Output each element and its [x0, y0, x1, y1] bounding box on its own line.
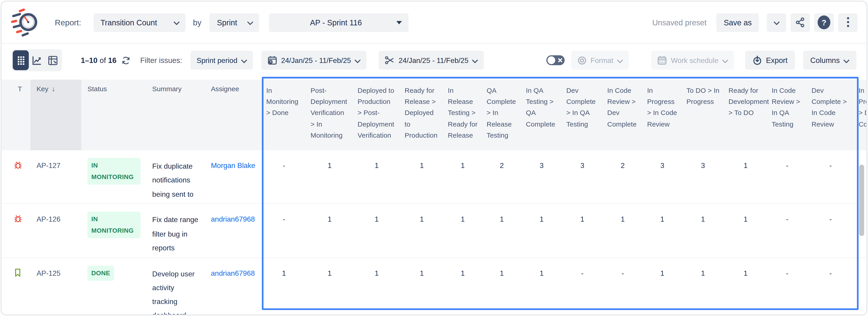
help-button[interactable]: ?	[814, 13, 834, 32]
value-row: 1111111--111--	[262, 258, 866, 277]
column-header-transition-12[interactable]: Ready for Development > To DO	[724, 80, 767, 150]
value-cell: 1	[443, 258, 482, 277]
help-icon: ?	[818, 15, 830, 29]
date-range-value: 24/Jan/25 - 11/Feb/25	[281, 56, 351, 65]
report-select[interactable]: Transition Count	[93, 13, 185, 32]
status-cell: DONE	[88, 266, 114, 280]
report-value: Transition Count	[100, 18, 157, 27]
chevron-down-icon	[174, 20, 179, 25]
filter-issues-label: Filter issues:	[140, 56, 182, 65]
vertical-scrollbar[interactable]	[859, 165, 864, 236]
column-header-transition-3[interactable]: Deployed to Production > Post-Deployment…	[353, 80, 400, 150]
chart-view-button[interactable]	[29, 50, 45, 70]
pagination-total: 16	[108, 56, 117, 65]
column-header-key[interactable]: Key ↓	[36, 85, 55, 93]
value-cell: -	[603, 258, 643, 277]
assignee-link[interactable]: Morgan Blake	[211, 162, 255, 170]
value-cell: 1	[562, 204, 603, 223]
chevron-down-icon	[241, 58, 247, 63]
column-header-transition-7[interactable]: In QA Testing > QA Complete	[522, 80, 562, 150]
export-button[interactable]: Export	[745, 51, 795, 70]
group-by-select[interactable]: Sprint	[209, 13, 259, 32]
column-header-transition-1[interactable]: In Monitoring > Done	[262, 80, 306, 150]
scissors-icon	[385, 55, 395, 65]
share-button[interactable]	[790, 13, 810, 32]
format-label: Format	[590, 56, 613, 65]
table-row: AP-126IN MONITORINGFix date range filter…	[2, 204, 866, 258]
app-header: Report: Transition Count by Sprint AP - …	[2, 2, 866, 44]
status-badge: IN MONITORING	[88, 158, 141, 184]
value-cell: -	[767, 150, 807, 170]
pivot-view-icon	[48, 55, 58, 65]
value-cell: 1	[724, 204, 767, 223]
column-header-type[interactable]: T	[11, 85, 28, 93]
value-cell: -	[767, 204, 807, 223]
columns-button[interactable]: Columns	[803, 51, 857, 70]
column-header-transition-14[interactable]: Dev Complete > In Code Review	[807, 80, 854, 150]
column-header-transition-8[interactable]: Dev Complete > In QA Testing	[562, 80, 603, 150]
value-cell: 1	[353, 204, 400, 223]
value-cell: 1	[400, 204, 443, 223]
assignee-link[interactable]: andrian67968	[211, 269, 255, 277]
toggle-knob	[547, 56, 555, 64]
status-cell: IN MONITORING	[88, 158, 141, 184]
pivot-view-button[interactable]	[45, 50, 61, 70]
column-header-summary[interactable]: Summary	[152, 85, 181, 93]
trim-range-value: 24/Jan/25 - 11/Feb/25	[399, 56, 468, 65]
dropdown-triangle-icon	[396, 21, 402, 24]
more-button[interactable]	[838, 13, 857, 32]
value-row: -11111111111--	[262, 204, 866, 223]
column-header-assignee[interactable]: Assignee	[211, 85, 239, 93]
value-cell: -	[262, 150, 306, 170]
calendar-icon	[657, 55, 667, 65]
column-header-transition-9[interactable]: In Code Review > Dev Complete	[603, 80, 643, 150]
pagination-of: of	[100, 56, 106, 65]
sprint-select[interactable]: AP - Sprint 116	[269, 13, 408, 32]
column-header-transition-15[interactable]: In Progress > Dev Complete	[854, 80, 866, 150]
column-header-transition-13[interactable]: In Code Review > In QA Testing	[767, 80, 807, 150]
app-card: Report: Transition Count by Sprint AP - …	[0, 0, 867, 316]
filter-type-select[interactable]: Sprint period	[190, 51, 253, 70]
status-cell: IN MONITORING	[88, 212, 141, 238]
value-cell: 1	[306, 258, 353, 277]
issue-summary: Develop user activity tracking dashboard	[152, 267, 201, 314]
toggle-switch[interactable]	[546, 55, 565, 65]
report-table: T Key ↓ Status Summary Assignee In Monit…	[2, 80, 866, 315]
export-icon	[752, 55, 762, 65]
by-label: by	[193, 18, 202, 27]
trim-range-button[interactable]: 24/Jan/25 - 11/Feb/25	[379, 51, 484, 70]
issue-key: AP-126	[36, 215, 61, 223]
status-badge: IN MONITORING	[88, 212, 141, 238]
value-cell: 3	[562, 150, 603, 170]
refresh-button[interactable]	[121, 56, 131, 65]
column-header-transition-5[interactable]: In Release Testing > Ready for Release	[443, 80, 482, 150]
app-logo-icon	[10, 7, 38, 37]
column-header-transition-10[interactable]: In Progress > In Code Review	[643, 80, 682, 150]
save-as-button[interactable]: Save as	[716, 13, 759, 32]
date-range-button[interactable]: 24/Jan/25 - 11/Feb/25	[261, 51, 366, 70]
value-cell: 1	[400, 150, 443, 170]
value-cell: 1	[522, 258, 562, 277]
chevron-down-icon	[355, 58, 360, 63]
value-cell: 1	[443, 204, 482, 223]
table-view-button[interactable]	[13, 50, 29, 70]
column-header-status[interactable]: Status	[88, 85, 107, 93]
table-body: AP-127IN MONITORINGFix duplicate notific…	[2, 150, 866, 314]
group-by-value: Sprint	[217, 18, 237, 27]
column-header-transition-2[interactable]: Post-Deployment Verification > In Monito…	[306, 80, 353, 150]
view-switcher	[11, 49, 62, 71]
assignee-link[interactable]: andrian67968	[211, 215, 255, 223]
value-cell: 1	[682, 204, 724, 223]
chevron-down-icon	[472, 58, 478, 63]
column-header-transition-6[interactable]: QA Complete > In Release Testing	[482, 80, 521, 150]
save-as-dropdown-button[interactable]	[767, 13, 786, 32]
preset-status: Unsaved preset	[652, 18, 707, 27]
work-schedule-button[interactable]: Work schedule	[651, 51, 734, 70]
story-icon	[13, 268, 22, 279]
format-button[interactable]: Format	[571, 51, 629, 70]
target-icon	[577, 56, 587, 65]
column-header-transition-4[interactable]: Ready for Release > Deployed to Producti…	[400, 80, 443, 150]
value-cell: 1	[262, 258, 306, 277]
export-label: Export	[766, 56, 787, 65]
column-header-transition-11[interactable]: To DO > In Progress	[682, 80, 724, 150]
